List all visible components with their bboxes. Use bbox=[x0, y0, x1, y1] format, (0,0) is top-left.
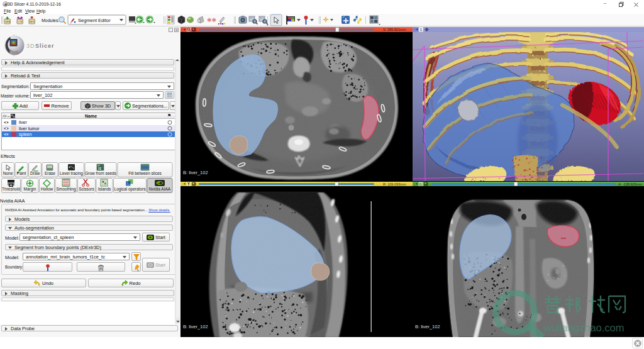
svg-text:Scissors: Scissors bbox=[79, 187, 94, 191]
svg-text:SAVE: SAVE bbox=[30, 21, 35, 23]
svg-text:Fill between slices: Fill between slices bbox=[128, 171, 162, 175]
svg-text:liver tumor: liver tumor bbox=[19, 126, 40, 130]
svg-text:wuliangzhao.com: wuliangzhao.com bbox=[543, 322, 625, 333]
svg-text:Threshold: Threshold bbox=[2, 187, 20, 191]
svg-text:S: 385.921mm: S: 385.921mm bbox=[383, 28, 406, 31]
svg-text:Islands: Islands bbox=[98, 187, 111, 191]
svg-text:B: liver_102: B: liver_102 bbox=[183, 170, 208, 175]
svg-text:Erase: Erase bbox=[45, 171, 55, 175]
svg-text:DCM: DCM bbox=[18, 21, 22, 23]
svg-text:3D: 3D bbox=[26, 43, 35, 49]
svg-text:Paint: Paint bbox=[17, 171, 26, 175]
svg-text:liver: liver bbox=[19, 120, 28, 125]
svg-text:Logical operators: Logical operators bbox=[114, 187, 147, 192]
svg-text:Segment Editor: Segment Editor bbox=[78, 18, 111, 23]
svg-text:✱✱: ✱✱ bbox=[207, 17, 216, 23]
svg-text:Smoothing: Smoothing bbox=[56, 187, 75, 192]
svg-text:Margin: Margin bbox=[24, 187, 36, 192]
svg-text:Slicer: Slicer bbox=[35, 43, 55, 49]
svg-text:Modules:: Modules: bbox=[42, 18, 59, 23]
svg-text:Hollow: Hollow bbox=[41, 187, 53, 191]
svg-text:Nvidia AIAA: Nvidia AIAA bbox=[149, 187, 171, 191]
svg-text:Grow from seeds: Grow from seeds bbox=[85, 171, 116, 175]
svg-text:G: G bbox=[419, 182, 421, 186]
svg-text:A: -138.929mm: A: -138.929mm bbox=[618, 182, 643, 186]
svg-text:B: liver_102: B: liver_102 bbox=[183, 324, 208, 330]
svg-text:R: 109.093mm: R: 109.093mm bbox=[383, 182, 406, 186]
svg-text:DATA: DATA bbox=[5, 21, 11, 23]
svg-text:1: 1 bbox=[419, 28, 421, 31]
svg-text:B: liver_102: B: liver_102 bbox=[415, 324, 440, 330]
svg-text:None: None bbox=[3, 171, 13, 175]
svg-text:spleen: spleen bbox=[19, 132, 32, 137]
svg-text:Level tracing: Level tracing bbox=[60, 171, 83, 176]
